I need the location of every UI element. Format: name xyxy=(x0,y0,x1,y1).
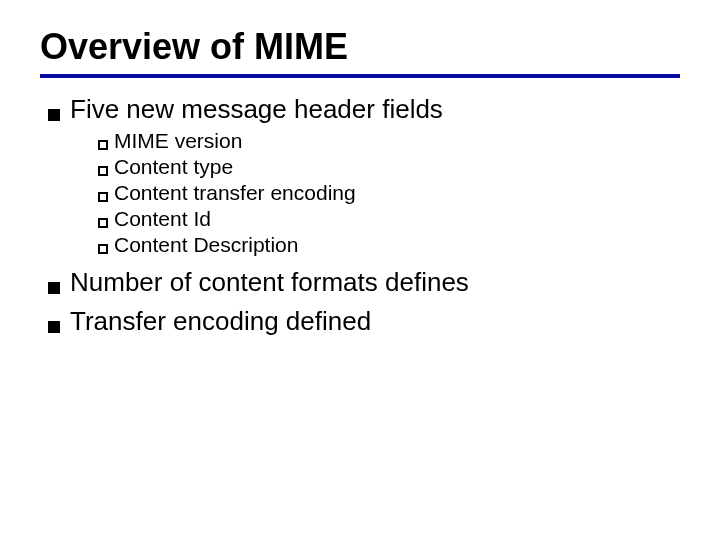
square-bullet-icon xyxy=(48,282,60,294)
title-underline xyxy=(40,74,680,78)
bullet-text: Content Description xyxy=(114,233,298,257)
square-bullet-icon xyxy=(48,321,60,333)
bullet-level2: Content type xyxy=(98,155,680,179)
bullet-text: Number of content formats defines xyxy=(70,267,469,298)
bullet-level2: Content transfer encoding xyxy=(98,181,680,205)
bullet-level1: Transfer encoding defined xyxy=(48,306,680,337)
bullet-level2: Content Description xyxy=(98,233,680,257)
hollow-square-bullet-icon xyxy=(98,140,108,150)
hollow-square-bullet-icon xyxy=(98,192,108,202)
bullet-text: MIME version xyxy=(114,129,242,153)
hollow-square-bullet-icon xyxy=(98,244,108,254)
bullet-level1: Number of content formats defines xyxy=(48,267,680,298)
bullet-text: Five new message header fields xyxy=(70,94,443,125)
square-bullet-icon xyxy=(48,109,60,121)
sub-bullet-group: MIME version Content type Content transf… xyxy=(98,129,680,257)
slide-title: Overview of MIME xyxy=(40,26,680,68)
hollow-square-bullet-icon xyxy=(98,218,108,228)
bullet-text: Content transfer encoding xyxy=(114,181,356,205)
slide: Overview of MIME Five new message header… xyxy=(0,0,720,540)
bullet-text: Content Id xyxy=(114,207,211,231)
bullet-level2: MIME version xyxy=(98,129,680,153)
bullet-level2: Content Id xyxy=(98,207,680,231)
bullet-level1: Five new message header fields xyxy=(48,94,680,125)
bullet-text: Transfer encoding defined xyxy=(70,306,371,337)
bullet-text: Content type xyxy=(114,155,233,179)
hollow-square-bullet-icon xyxy=(98,166,108,176)
